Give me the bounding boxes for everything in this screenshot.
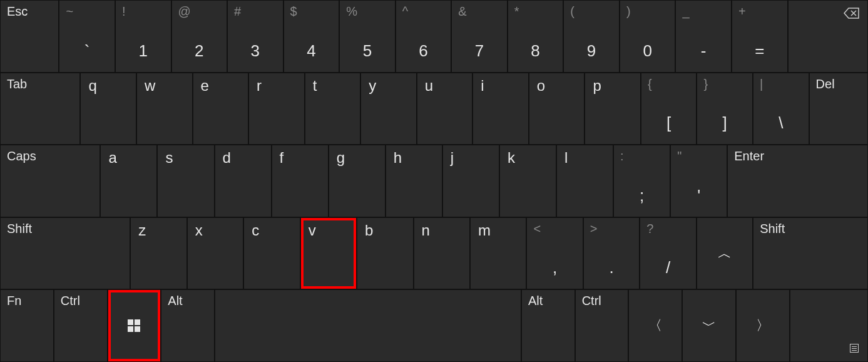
key-lower-label: 1 xyxy=(138,41,147,61)
key-minus[interactable]: _- xyxy=(676,1,731,72)
key-label: Tab xyxy=(7,77,27,91)
key-backspace[interactable] xyxy=(789,1,867,72)
key-label: p xyxy=(593,77,601,95)
key-4[interactable]: $4 xyxy=(284,1,339,72)
key-menu[interactable] xyxy=(790,290,867,361)
key-label: h xyxy=(394,149,402,167)
key-win[interactable] xyxy=(108,290,161,361)
key-upper-label: ( xyxy=(570,4,574,19)
key-z[interactable]: z xyxy=(131,218,186,289)
key-e[interactable]: e xyxy=(193,73,248,145)
key-right[interactable]: 〉 xyxy=(737,290,789,361)
key-6[interactable]: ^6 xyxy=(396,1,451,72)
key-left[interactable]: 〈 xyxy=(629,290,682,361)
windows-icon xyxy=(128,319,140,332)
key-rbracket[interactable]: }] xyxy=(697,73,752,145)
key-upper-label: _ xyxy=(682,4,689,19)
key-equals[interactable]: += xyxy=(732,1,787,72)
key-tab[interactable]: Tab xyxy=(1,73,79,145)
key-label: z xyxy=(138,222,146,239)
key-down[interactable]: ﹀ xyxy=(683,290,735,361)
key-c[interactable]: c xyxy=(244,218,299,289)
key-1[interactable]: !1 xyxy=(116,1,171,72)
key-lctrl[interactable]: Ctrl xyxy=(54,290,107,361)
key-j[interactable]: j xyxy=(443,145,499,217)
key-2[interactable]: @2 xyxy=(172,1,227,72)
key-label: Shift xyxy=(7,222,32,236)
key-uparrow[interactable]: ︿ xyxy=(697,218,752,289)
key-upper-label: ? xyxy=(646,222,653,236)
key-7[interactable]: &7 xyxy=(452,1,507,72)
key-u[interactable]: u xyxy=(417,73,472,145)
key-8[interactable]: *8 xyxy=(508,1,563,72)
key-label: Fn xyxy=(7,294,21,308)
key-l[interactable]: l xyxy=(557,145,613,217)
key-lshift[interactable]: Shift xyxy=(1,218,130,289)
key-slash[interactable]: ?/ xyxy=(640,218,695,289)
key-comma[interactable]: <, xyxy=(527,218,582,289)
key-a[interactable]: a xyxy=(101,145,156,217)
key-label: k xyxy=(508,149,515,167)
key-esc[interactable]: Esc xyxy=(1,1,58,72)
key-9[interactable]: (9 xyxy=(564,1,619,72)
key-quote[interactable]: "' xyxy=(671,145,727,217)
key-upper-label: ! xyxy=(122,4,126,19)
key-label: Enter xyxy=(734,149,764,163)
key-v[interactable]: v xyxy=(301,218,356,289)
key-d[interactable]: d xyxy=(215,145,271,217)
key-upper-label: ^ xyxy=(402,4,408,19)
key-o[interactable]: o xyxy=(529,73,585,145)
key-ralt[interactable]: Alt xyxy=(522,290,574,361)
key-lower-label: - xyxy=(701,41,707,61)
key-5[interactable]: %5 xyxy=(340,1,395,72)
key-period[interactable]: >. xyxy=(584,218,639,289)
key-rshift[interactable]: Shift xyxy=(753,218,867,289)
key-p[interactable]: p xyxy=(585,73,640,145)
key-r[interactable]: r xyxy=(249,73,304,145)
key-i[interactable]: i xyxy=(473,73,528,145)
key-f[interactable]: f xyxy=(272,145,328,217)
key-0[interactable]: )0 xyxy=(620,1,675,72)
key-enter[interactable]: Enter xyxy=(728,145,867,217)
key-lbracket[interactable]: {[ xyxy=(641,73,697,145)
key-g[interactable]: g xyxy=(329,145,385,217)
key-lower-label: 2 xyxy=(195,41,203,61)
key-x[interactable]: x xyxy=(188,218,243,289)
key-label: m xyxy=(478,222,491,239)
key-s[interactable]: s xyxy=(158,145,213,217)
key-n[interactable]: n xyxy=(414,218,469,289)
key-upper-label: " xyxy=(677,149,682,163)
key-m[interactable]: m xyxy=(471,218,526,289)
key-3[interactable]: #3 xyxy=(228,1,283,72)
key-upper-label: # xyxy=(234,4,241,19)
key-label: c xyxy=(252,222,259,239)
arrow-icon: ︿ xyxy=(718,244,732,263)
key-label: v xyxy=(309,222,316,239)
key-lower-label: ` xyxy=(84,41,90,61)
key-lalt[interactable]: Alt xyxy=(161,290,214,361)
key-k[interactable]: k xyxy=(500,145,556,217)
key-fn[interactable]: Fn xyxy=(1,290,53,361)
key-y[interactable]: y xyxy=(361,73,416,145)
menu-icon xyxy=(850,344,859,353)
key-semicolon[interactable]: :; xyxy=(614,145,670,217)
key-label: t xyxy=(313,77,317,95)
key-upper-label: < xyxy=(533,222,541,236)
key-label: b xyxy=(365,222,373,239)
keyboard-row-2: Capsasdfghjkl:;"'Enter xyxy=(0,145,868,217)
key-label: Ctrl xyxy=(61,294,80,308)
key-del[interactable]: Del xyxy=(810,73,867,145)
key-q[interactable]: q xyxy=(81,73,136,145)
key-space[interactable] xyxy=(215,290,521,361)
key-h[interactable]: h xyxy=(386,145,442,217)
keyboard-row-1: Tabqwertyuiop{[}]|\Del xyxy=(0,73,868,145)
key-backslash[interactable]: |\ xyxy=(753,73,809,145)
key-w[interactable]: w xyxy=(137,73,192,145)
key-caps[interactable]: Caps xyxy=(1,145,100,217)
key-backtick[interactable]: ~` xyxy=(59,1,115,72)
key-label: q xyxy=(88,77,96,95)
key-b[interactable]: b xyxy=(357,218,412,289)
key-lower-label: 9 xyxy=(587,41,596,61)
key-t[interactable]: t xyxy=(305,73,360,145)
key-rctrl[interactable]: Ctrl xyxy=(576,290,628,361)
